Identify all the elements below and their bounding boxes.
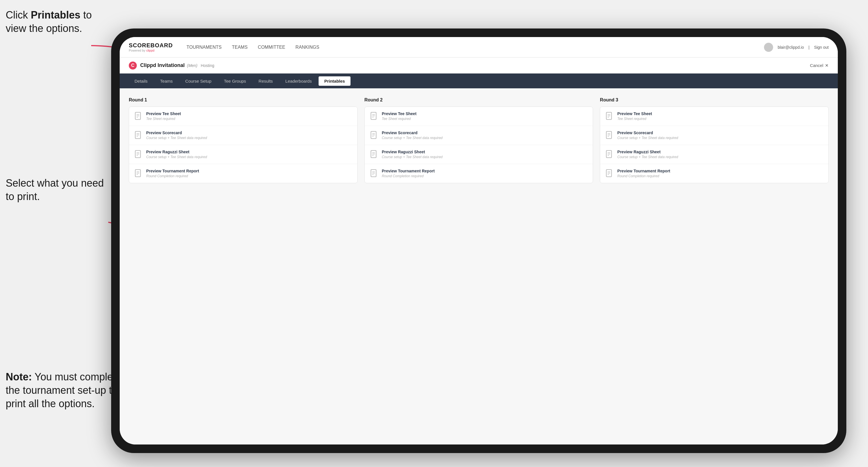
round-1-tournament-report[interactable]: Preview Tournament Report Round Completi… [129,164,358,183]
round-1-tournament-report-sub: Round Completion required [146,174,199,178]
document-icon [134,169,142,178]
round-1-scorecard-text: Preview Scorecard Course setup + Tee She… [146,130,207,140]
document-icon [370,150,378,159]
round-1-raguzzi-text: Preview Raguzzi Sheet Course setup + Tee… [146,150,207,159]
separator: | [808,45,810,50]
cancel-button[interactable]: Cancel ✕ [810,63,829,68]
user-avatar [764,43,773,52]
round-1-cards: Preview Tee Sheet Tee Sheet required [129,106,358,183]
annotation-select-print: Select what you need to print. [6,177,108,204]
user-email: blair@clippd.io [778,45,804,50]
document-icon [605,112,613,121]
document-icon [134,150,142,159]
round-1-tournament-report-text: Preview Tournament Report Round Completi… [146,169,199,178]
annotation-note: Note: You must complete the tournament s… [6,370,125,410]
tournament-name: Clippd Invitational [140,62,185,68]
sub-nav: Details Teams Course Setup Tee Groups Re… [120,73,838,88]
round-3-column: Round 3 Preview Tee Sheet Tee S [600,97,829,183]
round-2-title: Round 2 [365,97,593,102]
document-icon [134,112,142,121]
document-icon [134,131,142,140]
round-1-column: Round 1 Preview Tee Sheet Tee S [129,97,358,183]
round-1-scorecard-sub: Course setup + Tee Sheet data required [146,136,207,140]
document-icon [605,131,613,140]
nav-rankings[interactable]: RANKINGS [296,43,319,51]
tab-course-setup[interactable]: Course Setup [180,76,217,86]
round-2-scorecard[interactable]: Preview Scorecard Course setup + Tee She… [365,126,593,145]
nav-tournaments[interactable]: TOURNAMENTS [186,43,221,51]
tournament-icon: C [129,62,137,69]
document-icon [605,169,613,178]
annotation-click-printables: Click Printables to view the options. [6,8,108,35]
round-1-scorecard[interactable]: Preview Scorecard Course setup + Tee She… [129,126,358,145]
round-2-raguzzi-sub: Course setup + Tee Sheet data required [382,155,442,159]
round-3-scorecard-sub: Course setup + Tee Sheet data required [617,136,678,140]
round-3-scorecard-title: Preview Scorecard [617,130,678,135]
annotation-note-bold: Note: [6,371,32,383]
round-1-tee-sheet-title: Preview Tee Sheet [146,112,181,116]
tab-results[interactable]: Results [253,76,278,86]
brand: SCOREBOARD Powered by clippd [129,42,173,52]
brand-title: SCOREBOARD [129,42,173,49]
round-2-tournament-report-sub: Round Completion required [382,174,435,178]
tournament-status: Hosting [201,63,214,68]
round-1-raguzzi-title: Preview Raguzzi Sheet [146,150,207,154]
nav-right: blair@clippd.io | Sign out [764,43,829,52]
annotation-printables-bold: Printables [31,9,80,21]
round-1-title: Round 1 [129,97,358,102]
tournament-bar: C Clippd Invitational (Men) Hosting Canc… [120,58,838,73]
tablet-frame: SCOREBOARD Powered by clippd TOURNAMENTS… [111,29,846,453]
document-icon [370,169,378,178]
round-1-raguzzi[interactable]: Preview Raguzzi Sheet Course setup + Tee… [129,145,358,164]
brand-sub-highlight: clippd [146,49,154,52]
document-icon [605,150,613,159]
nav-teams[interactable]: TEAMS [232,43,248,51]
round-1-scorecard-title: Preview Scorecard [146,130,207,135]
nav-links: TOURNAMENTS TEAMS COMMITTEE RANKINGS [186,43,764,51]
tablet-screen: SCOREBOARD Powered by clippd TOURNAMENTS… [120,37,838,444]
round-2-tournament-report[interactable]: Preview Tournament Report Round Completi… [365,164,593,183]
sign-out-link[interactable]: Sign out [814,45,829,50]
round-1-tournament-report-title: Preview Tournament Report [146,169,199,173]
round-2-scorecard-sub: Course setup + Tee Sheet data required [382,136,442,140]
document-icon [370,131,378,140]
tab-leaderboards[interactable]: Leaderboards [280,76,317,86]
round-2-scorecard-title: Preview Scorecard [382,130,442,135]
round-2-raguzzi-title: Preview Raguzzi Sheet [382,150,442,154]
round-3-raguzzi-title: Preview Raguzzi Sheet [617,150,678,154]
document-icon [370,112,378,121]
round-3-tournament-report-sub: Round Completion required [617,174,670,178]
top-nav: SCOREBOARD Powered by clippd TOURNAMENTS… [120,37,838,58]
round-1-raguzzi-sub: Course setup + Tee Sheet data required [146,155,207,159]
round-3-tee-sheet[interactable]: Preview Tee Sheet Tee Sheet required [600,107,828,126]
tournament-division: (Men) [187,63,197,68]
main-content: Round 1 Preview Tee Sheet Tee S [120,88,838,444]
round-1-tee-sheet[interactable]: Preview Tee Sheet Tee Sheet required [129,107,358,126]
round-3-scorecard[interactable]: Preview Scorecard Course setup + Tee She… [600,126,828,145]
round-2-column: Round 2 Preview Tee Sheet Tee S [365,97,593,183]
round-1-tee-sheet-sub: Tee Sheet required [146,117,181,121]
round-3-tee-sheet-sub: Tee Sheet required [617,117,652,121]
tab-printables[interactable]: Printables [318,76,351,86]
brand-sub: Powered by clippd [129,49,173,52]
round-3-raguzzi-sub: Course setup + Tee Sheet data required [617,155,678,159]
nav-committee[interactable]: COMMITTEE [258,43,285,51]
round-3-tee-sheet-title: Preview Tee Sheet [617,112,652,116]
round-2-raguzzi[interactable]: Preview Raguzzi Sheet Course setup + Tee… [365,145,593,164]
tab-tee-groups[interactable]: Tee Groups [218,76,252,86]
round-3-tournament-report-title: Preview Tournament Report [617,169,670,173]
tab-details[interactable]: Details [129,76,153,86]
round-3-cards: Preview Tee Sheet Tee Sheet required [600,106,829,183]
round-2-tee-sheet-sub: Tee Sheet required [382,117,416,121]
tab-teams[interactable]: Teams [154,76,178,86]
round-3-title: Round 3 [600,97,829,102]
round-1-tee-sheet-text: Preview Tee Sheet Tee Sheet required [146,112,181,121]
round-2-tee-sheet-title: Preview Tee Sheet [382,112,416,116]
rounds-container: Round 1 Preview Tee Sheet Tee S [129,97,829,183]
round-2-cards: Preview Tee Sheet Tee Sheet required [365,106,593,183]
round-3-raguzzi[interactable]: Preview Raguzzi Sheet Course setup + Tee… [600,145,828,164]
round-2-tee-sheet[interactable]: Preview Tee Sheet Tee Sheet required [365,107,593,126]
round-2-tournament-report-title: Preview Tournament Report [382,169,435,173]
round-3-tournament-report[interactable]: Preview Tournament Report Round Completi… [600,164,828,183]
